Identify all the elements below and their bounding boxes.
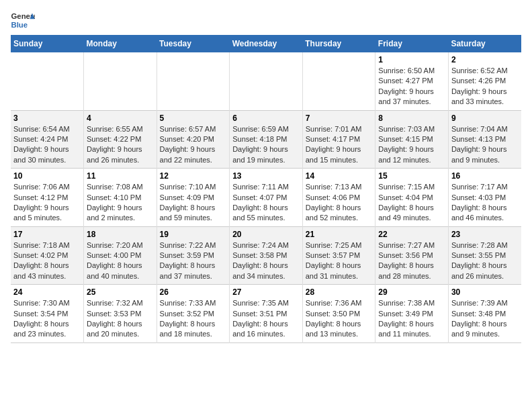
day-info: Sunrise: 7:33 AM Sunset: 3:52 PM Dayligh… bbox=[160, 298, 227, 340]
day-number: 11 bbox=[87, 171, 154, 181]
day-info: Sunrise: 7:35 AM Sunset: 3:51 PM Dayligh… bbox=[232, 298, 300, 340]
day-number: 30 bbox=[451, 287, 519, 297]
day-number: 19 bbox=[160, 230, 227, 239]
week-row-5: 24Sunrise: 7:30 AM Sunset: 3:54 PM Dayli… bbox=[11, 285, 521, 343]
weekday-header-wednesday: Wednesday bbox=[230, 35, 303, 52]
day-cell bbox=[230, 52, 303, 110]
day-number: 25 bbox=[87, 287, 154, 297]
day-info: Sunrise: 7:18 AM Sunset: 4:02 PM Dayligh… bbox=[13, 240, 81, 282]
day-info: Sunrise: 7:10 AM Sunset: 4:09 PM Dayligh… bbox=[160, 182, 227, 224]
day-number: 3 bbox=[13, 113, 81, 123]
day-info: Sunrise: 7:08 AM Sunset: 4:10 PM Dayligh… bbox=[87, 182, 154, 224]
day-cell: 1Sunrise: 6:50 AM Sunset: 4:27 PM Daylig… bbox=[375, 52, 449, 110]
day-info: Sunrise: 6:55 AM Sunset: 4:22 PM Dayligh… bbox=[87, 124, 154, 166]
day-info: Sunrise: 7:20 AM Sunset: 4:00 PM Dayligh… bbox=[87, 240, 154, 282]
day-number: 9 bbox=[451, 113, 519, 123]
day-info: Sunrise: 7:22 AM Sunset: 3:59 PM Dayligh… bbox=[160, 240, 227, 282]
day-number: 13 bbox=[232, 171, 300, 181]
day-cell: 20Sunrise: 7:24 AM Sunset: 3:58 PM Dayli… bbox=[230, 226, 303, 285]
day-cell bbox=[302, 52, 375, 110]
day-cell: 4Sunrise: 6:55 AM Sunset: 4:22 PM Daylig… bbox=[84, 110, 157, 169]
day-number: 2 bbox=[451, 55, 519, 64]
day-info: Sunrise: 7:03 AM Sunset: 4:15 PM Dayligh… bbox=[378, 124, 445, 166]
day-cell: 3Sunrise: 6:54 AM Sunset: 4:24 PM Daylig… bbox=[11, 110, 84, 169]
day-cell: 24Sunrise: 7:30 AM Sunset: 3:54 PM Dayli… bbox=[11, 285, 84, 343]
day-info: Sunrise: 7:01 AM Sunset: 4:17 PM Dayligh… bbox=[306, 124, 373, 166]
day-number: 16 bbox=[451, 171, 519, 181]
week-row-3: 10Sunrise: 7:06 AM Sunset: 4:12 PM Dayli… bbox=[11, 169, 521, 227]
calendar-table: SundayMondayTuesdayWednesdayThursdayFrid… bbox=[11, 35, 521, 343]
day-info: Sunrise: 6:52 AM Sunset: 4:26 PM Dayligh… bbox=[451, 66, 519, 107]
day-number: 4 bbox=[87, 113, 154, 123]
day-number: 14 bbox=[306, 171, 373, 181]
day-cell: 25Sunrise: 7:32 AM Sunset: 3:53 PM Dayli… bbox=[84, 285, 157, 343]
header: General Blue bbox=[11, 11, 521, 30]
weekday-header-monday: Monday bbox=[84, 35, 157, 52]
day-number: 20 bbox=[232, 230, 300, 239]
day-cell: 19Sunrise: 7:22 AM Sunset: 3:59 PM Dayli… bbox=[157, 226, 230, 285]
day-cell: 14Sunrise: 7:13 AM Sunset: 4:06 PM Dayli… bbox=[302, 169, 375, 227]
day-info: Sunrise: 7:11 AM Sunset: 4:07 PM Dayligh… bbox=[232, 182, 300, 224]
logo-icon: General Blue bbox=[11, 11, 35, 30]
day-info: Sunrise: 7:30 AM Sunset: 3:54 PM Dayligh… bbox=[13, 298, 81, 340]
day-info: Sunrise: 7:13 AM Sunset: 4:06 PM Dayligh… bbox=[306, 182, 373, 224]
weekday-header-friday: Friday bbox=[375, 35, 449, 52]
day-info: Sunrise: 6:50 AM Sunset: 4:27 PM Dayligh… bbox=[378, 66, 445, 107]
day-number: 29 bbox=[378, 287, 445, 297]
weekday-header-thursday: Thursday bbox=[302, 35, 375, 52]
day-number: 24 bbox=[13, 287, 81, 297]
day-cell: 15Sunrise: 7:15 AM Sunset: 4:04 PM Dayli… bbox=[375, 169, 449, 227]
day-number: 28 bbox=[306, 287, 373, 297]
day-cell: 8Sunrise: 7:03 AM Sunset: 4:15 PM Daylig… bbox=[375, 110, 449, 169]
week-row-1: 1Sunrise: 6:50 AM Sunset: 4:27 PM Daylig… bbox=[11, 52, 521, 110]
day-info: Sunrise: 7:25 AM Sunset: 3:57 PM Dayligh… bbox=[306, 240, 373, 282]
day-number: 5 bbox=[160, 113, 227, 123]
day-number: 8 bbox=[378, 113, 445, 123]
day-number: 18 bbox=[87, 230, 154, 239]
day-info: Sunrise: 7:28 AM Sunset: 3:55 PM Dayligh… bbox=[451, 240, 519, 282]
week-row-4: 17Sunrise: 7:18 AM Sunset: 4:02 PM Dayli… bbox=[11, 226, 521, 285]
day-cell: 28Sunrise: 7:36 AM Sunset: 3:50 PM Dayli… bbox=[302, 285, 375, 343]
weekday-header-sunday: Sunday bbox=[11, 35, 84, 52]
day-cell: 27Sunrise: 7:35 AM Sunset: 3:51 PM Dayli… bbox=[230, 285, 303, 343]
day-info: Sunrise: 7:32 AM Sunset: 3:53 PM Dayligh… bbox=[87, 298, 154, 340]
day-cell: 30Sunrise: 7:39 AM Sunset: 3:48 PM Dayli… bbox=[448, 285, 521, 343]
day-cell: 26Sunrise: 7:33 AM Sunset: 3:52 PM Dayli… bbox=[157, 285, 230, 343]
day-info: Sunrise: 7:04 AM Sunset: 4:13 PM Dayligh… bbox=[451, 124, 519, 166]
day-number: 26 bbox=[160, 287, 227, 297]
day-cell bbox=[157, 52, 230, 110]
day-info: Sunrise: 7:27 AM Sunset: 3:56 PM Dayligh… bbox=[378, 240, 445, 282]
day-info: Sunrise: 6:57 AM Sunset: 4:20 PM Dayligh… bbox=[160, 124, 227, 166]
day-info: Sunrise: 6:59 AM Sunset: 4:18 PM Dayligh… bbox=[232, 124, 300, 166]
day-number: 21 bbox=[306, 230, 373, 239]
day-cell: 5Sunrise: 6:57 AM Sunset: 4:20 PM Daylig… bbox=[157, 110, 230, 169]
day-cell: 16Sunrise: 7:17 AM Sunset: 4:03 PM Dayli… bbox=[448, 169, 521, 227]
day-number: 1 bbox=[378, 55, 445, 64]
weekday-header-row: SundayMondayTuesdayWednesdayThursdayFrid… bbox=[11, 35, 521, 52]
day-info: Sunrise: 7:06 AM Sunset: 4:12 PM Dayligh… bbox=[13, 182, 81, 224]
day-number: 23 bbox=[451, 230, 519, 239]
logo: General Blue bbox=[11, 11, 35, 30]
day-cell: 11Sunrise: 7:08 AM Sunset: 4:10 PM Dayli… bbox=[84, 169, 157, 227]
day-cell bbox=[84, 52, 157, 110]
day-cell bbox=[11, 52, 84, 110]
day-number: 15 bbox=[378, 171, 445, 181]
week-row-2: 3Sunrise: 6:54 AM Sunset: 4:24 PM Daylig… bbox=[11, 110, 521, 169]
day-number: 10 bbox=[13, 171, 81, 181]
day-number: 6 bbox=[232, 113, 300, 123]
day-cell: 12Sunrise: 7:10 AM Sunset: 4:09 PM Dayli… bbox=[157, 169, 230, 227]
day-info: Sunrise: 7:24 AM Sunset: 3:58 PM Dayligh… bbox=[232, 240, 300, 282]
day-cell: 9Sunrise: 7:04 AM Sunset: 4:13 PM Daylig… bbox=[448, 110, 521, 169]
day-info: Sunrise: 6:54 AM Sunset: 4:24 PM Dayligh… bbox=[13, 124, 81, 166]
day-info: Sunrise: 7:15 AM Sunset: 4:04 PM Dayligh… bbox=[378, 182, 445, 224]
svg-text:Blue: Blue bbox=[11, 21, 28, 29]
day-number: 27 bbox=[232, 287, 300, 297]
day-cell: 10Sunrise: 7:06 AM Sunset: 4:12 PM Dayli… bbox=[11, 169, 84, 227]
day-cell: 2Sunrise: 6:52 AM Sunset: 4:26 PM Daylig… bbox=[448, 52, 521, 110]
weekday-header-saturday: Saturday bbox=[448, 35, 521, 52]
day-cell: 17Sunrise: 7:18 AM Sunset: 4:02 PM Dayli… bbox=[11, 226, 84, 285]
day-cell: 6Sunrise: 6:59 AM Sunset: 4:18 PM Daylig… bbox=[230, 110, 303, 169]
day-info: Sunrise: 7:17 AM Sunset: 4:03 PM Dayligh… bbox=[451, 182, 519, 224]
day-cell: 7Sunrise: 7:01 AM Sunset: 4:17 PM Daylig… bbox=[302, 110, 375, 169]
day-cell: 21Sunrise: 7:25 AM Sunset: 3:57 PM Dayli… bbox=[302, 226, 375, 285]
